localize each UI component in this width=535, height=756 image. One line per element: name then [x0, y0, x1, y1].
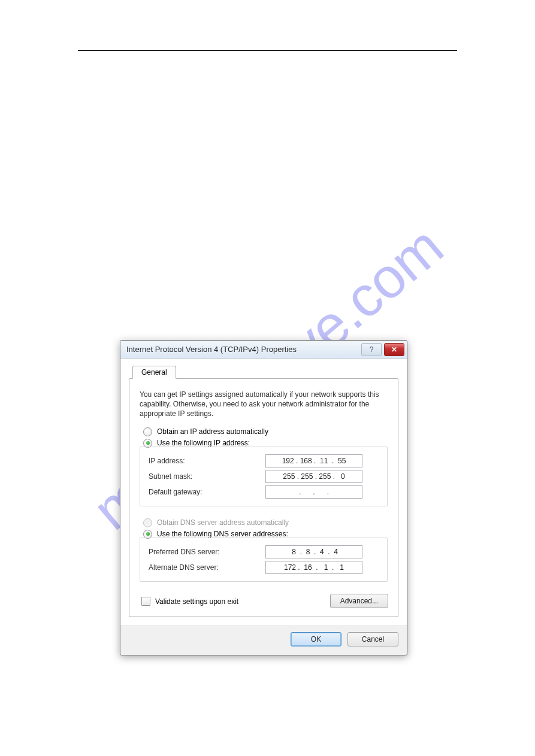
- help-button[interactable]: ?: [361, 343, 382, 356]
- validate-settings-checkbox[interactable]: Validate settings upon exit: [141, 597, 238, 606]
- advanced-button[interactable]: Advanced...: [330, 594, 388, 608]
- tab-panel-general: You can get IP settings assigned automat…: [129, 378, 398, 617]
- tab-strip: General: [129, 365, 398, 378]
- default-gateway-input[interactable]: . . .: [265, 485, 362, 499]
- radio-label: Use the following IP address:: [157, 439, 250, 447]
- help-icon: ?: [370, 345, 374, 354]
- default-gateway-label: Default gateway:: [146, 488, 265, 496]
- dialog-footer: OK Cancel: [120, 626, 407, 655]
- dns-fields-frame: Preferred DNS server: 8 . 8 . 4 . 4 Alte…: [140, 538, 388, 582]
- dialog-title: Internet Protocol Version 4 (TCP/IPv4) P…: [126, 345, 361, 354]
- alternate-dns-label: Alternate DNS server:: [146, 563, 265, 572]
- radio-label: Obtain an IP address automatically: [157, 427, 268, 436]
- ip-address-group: Obtain an IP address automatically Use t…: [138, 427, 389, 510]
- description-text: You can get IP settings assigned automat…: [140, 390, 388, 419]
- radio-obtain-dns-auto: Obtain DNS server address automatically: [143, 518, 388, 527]
- subnet-mask-label: Subnet mask:: [146, 472, 265, 481]
- titlebar[interactable]: Internet Protocol Version 4 (TCP/IPv4) P…: [120, 341, 407, 359]
- checkbox-label: Validate settings upon exit: [155, 597, 238, 606]
- ip-address-input[interactable]: 192 . 168 . 11 . 55: [265, 454, 362, 467]
- preferred-dns-input[interactable]: 8 . 8 . 4 . 4: [265, 545, 362, 558]
- cancel-button[interactable]: Cancel: [347, 632, 398, 646]
- horizontal-rule: [78, 50, 457, 51]
- ok-button[interactable]: OK: [291, 632, 341, 646]
- ipv4-properties-dialog: Internet Protocol Version 4 (TCP/IPv4) P…: [120, 340, 407, 655]
- radio-label: Use the following DNS server addresses:: [157, 530, 288, 538]
- radio-label: Obtain DNS server address automatically: [157, 518, 289, 527]
- dns-group: Obtain DNS server address automatically …: [138, 518, 389, 585]
- radio-icon: [143, 427, 152, 436]
- close-icon: ✕: [391, 345, 397, 354]
- alternate-dns-input[interactable]: 172 . 16 . 1 . 1: [265, 561, 362, 574]
- subnet-mask-input[interactable]: 255 . 255 . 255 . 0: [265, 470, 362, 483]
- radio-obtain-ip-auto[interactable]: Obtain an IP address automatically: [143, 427, 388, 436]
- ip-address-label: IP address:: [146, 457, 265, 465]
- close-button[interactable]: ✕: [384, 343, 404, 356]
- radio-icon: [143, 518, 152, 527]
- ip-fields-frame: IP address: 192 . 168 . 11 . 55 Subnet m…: [140, 447, 388, 506]
- preferred-dns-label: Preferred DNS server:: [146, 548, 265, 556]
- checkbox-icon: [141, 597, 150, 606]
- tab-general[interactable]: General: [132, 366, 176, 379]
